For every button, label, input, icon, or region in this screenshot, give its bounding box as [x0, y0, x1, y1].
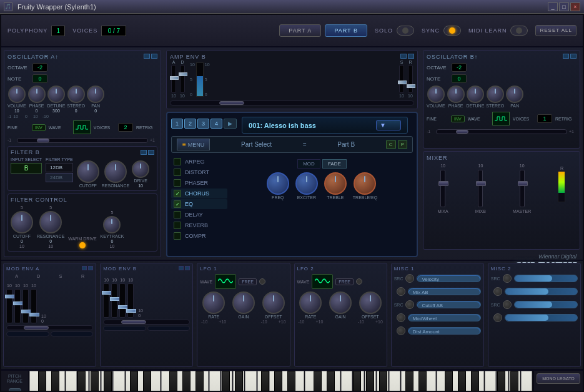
- key-ds3[interactable]: [51, 371, 59, 392]
- mod-b-d-thumb[interactable]: [110, 297, 120, 301]
- copy-btn[interactable]: C: [386, 140, 396, 149]
- tab-3[interactable]: 3: [197, 119, 209, 129]
- arpeg-label[interactable]: ARPEG: [185, 159, 219, 165]
- tab-1[interactable]: 1: [171, 119, 183, 129]
- mod-env-b-paste[interactable]: [185, 266, 190, 270]
- mod-env-a-btn1[interactable]: [6, 331, 49, 336]
- key-fs5[interactable]: [261, 371, 269, 392]
- phaser-check[interactable]: [174, 179, 181, 187]
- filter-cutoff-knob[interactable]: [77, 160, 99, 183]
- master-track[interactable]: [520, 170, 525, 207]
- key-gs7[interactable]: [458, 371, 466, 392]
- key-cs3[interactable]: [38, 371, 46, 392]
- osc-a-detune-knob[interactable]: [47, 86, 65, 103]
- misc2-btn1[interactable]: [503, 274, 512, 283]
- distort-label[interactable]: DISTORT: [185, 169, 219, 175]
- tab-4[interactable]: 4: [210, 119, 222, 129]
- velocity-bar[interactable]: Velocity: [417, 275, 480, 282]
- amp-a-track[interactable]: [171, 65, 176, 93]
- effect-knob-freq[interactable]: [267, 172, 289, 195]
- part-b-btn[interactable]: PART B: [325, 24, 367, 37]
- distamt-src-btn[interactable]: [397, 326, 405, 335]
- mod-env-a-scrollbar[interactable]: [6, 325, 93, 330]
- master-thumb[interactable]: [518, 181, 528, 186]
- osc-b-wave-btn[interactable]: [492, 112, 510, 125]
- osc-a-pan-knob[interactable]: [87, 86, 104, 103]
- modwheel-bar[interactable]: ModWheel: [408, 314, 481, 321]
- key-as7[interactable]: [471, 371, 479, 392]
- lfo2-gain-knob[interactable]: [329, 292, 352, 314]
- misc2-btn4[interactable]: [493, 313, 502, 322]
- filter-paste-btn[interactable]: [148, 150, 154, 155]
- key-ds7[interactable]: [418, 371, 427, 392]
- lfo2-free-btn[interactable]: FREE: [335, 278, 354, 285]
- mod-env-b-btn1[interactable]: [103, 326, 146, 331]
- amp-scrollbar[interactable]: [170, 100, 414, 105]
- lfo2-wave-btn[interactable]: [312, 274, 333, 289]
- reset-all-btn[interactable]: RESET ALL: [535, 25, 577, 36]
- key-fs4[interactable]: [169, 371, 177, 392]
- key-as6[interactable]: [379, 371, 387, 392]
- key-gs5[interactable]: [274, 371, 282, 392]
- effect-knob-exciter[interactable]: [295, 172, 318, 195]
- amp-s-track[interactable]: [399, 65, 404, 93]
- osc-b-pan-knob[interactable]: [506, 86, 523, 103]
- osc-b-paste-btn[interactable]: [570, 54, 577, 59]
- key-gs6[interactable]: [366, 371, 374, 392]
- menu-btn[interactable]: ≡ MENU: [177, 139, 210, 150]
- osc-a-phase-knob[interactable]: [28, 86, 46, 103]
- mod-a-r-thumb[interactable]: [29, 313, 39, 316]
- mod-env-b-scrollbar[interactable]: [103, 320, 190, 325]
- osc-b-copy-btn[interactable]: [563, 54, 569, 59]
- osc-b-fine-thumb[interactable]: [456, 130, 468, 134]
- osc-b-phase-knob[interactable]: [447, 86, 465, 103]
- tab-2[interactable]: 2: [184, 119, 196, 129]
- polyphony-value[interactable]: 1: [51, 26, 65, 36]
- filter-resonance-knob[interactable]: [104, 160, 127, 183]
- key-b8[interactable]: [521, 371, 532, 392]
- filter-drive-knob[interactable]: [132, 160, 149, 178]
- mod-env-a-paste[interactable]: [88, 266, 93, 270]
- key-cs6[interactable]: [314, 371, 322, 392]
- mod-b-a-thumb[interactable]: [102, 291, 112, 295]
- amp-s-thumb[interactable]: [398, 81, 407, 84]
- osc-b-volume-knob[interactable]: [427, 86, 445, 103]
- lfo1-gain-knob[interactable]: [232, 292, 255, 314]
- osc-a-fine-slider[interactable]: [17, 138, 148, 143]
- osc-b-fine-slider[interactable]: [436, 129, 567, 134]
- compr-label[interactable]: COMPR: [185, 233, 219, 239]
- chorus-label[interactable]: CHORUS: [185, 190, 219, 197]
- key-fs7[interactable]: [445, 371, 453, 392]
- key-ds6[interactable]: [327, 371, 335, 392]
- osc-b-voices-value[interactable]: 1: [537, 114, 552, 123]
- mod-a-r-track[interactable]: [31, 289, 37, 323]
- filter-input-value[interactable]: B: [11, 163, 42, 174]
- key-f8[interactable]: [485, 371, 496, 392]
- chorus-check[interactable]: ✓: [174, 190, 181, 197]
- mix-a-thumb[interactable]: [438, 181, 448, 186]
- osc-b-inv-btn[interactable]: INV: [451, 115, 465, 122]
- part-a-btn[interactable]: PART A: [279, 24, 321, 37]
- velocity-src-btn[interactable]: [405, 274, 414, 283]
- osc-a-voices-value[interactable]: 2: [118, 123, 133, 132]
- osc-a-octave-value[interactable]: -2: [32, 63, 47, 72]
- close-btn[interactable]: ×: [570, 2, 580, 11]
- key-cs4[interactable]: [130, 371, 138, 392]
- osc-b-stereo-knob[interactable]: [487, 86, 504, 103]
- phaser-label[interactable]: PHASER: [185, 180, 219, 186]
- solo-btn[interactable]: [397, 26, 414, 36]
- misc2-bar4[interactable]: [505, 314, 578, 321]
- eq-label[interactable]: EQ: [185, 201, 219, 207]
- key-c4[interactable]: [113, 371, 124, 392]
- mod-env-b-scrollbar-thumb[interactable]: [121, 320, 146, 324]
- effect-knob-treble1[interactable]: [324, 172, 347, 195]
- osc-a-copy-btn[interactable]: [144, 54, 150, 59]
- osc-b-detune-knob[interactable]: [467, 86, 484, 103]
- mod-a-s-track[interactable]: [22, 289, 29, 323]
- filter-copy-btn[interactable]: [141, 150, 147, 155]
- misc2-bar1[interactable]: [514, 275, 578, 282]
- key-ds4[interactable]: [143, 371, 151, 392]
- lfo1-rate-knob[interactable]: [202, 292, 225, 314]
- key-fs6[interactable]: [353, 371, 361, 392]
- misc2-btn3[interactable]: [503, 300, 512, 309]
